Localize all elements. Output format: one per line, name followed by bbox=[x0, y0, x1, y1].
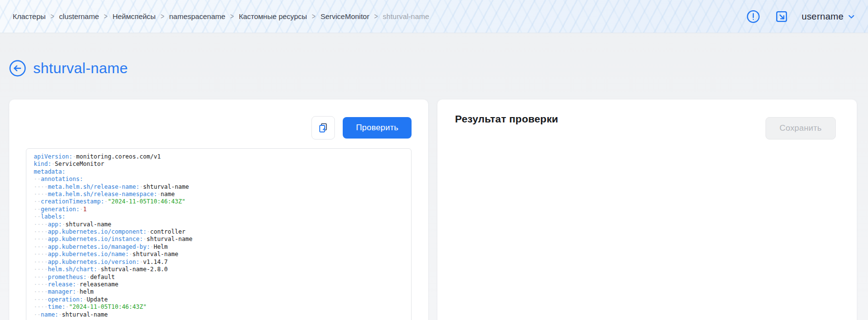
breadcrumb-item[interactable]: ServiceMonitor bbox=[320, 12, 369, 20]
breadcrumb-item[interactable]: namespacename bbox=[169, 12, 225, 20]
yaml-line: ····helm.sh/chart:·shturval-name-2.8.0 bbox=[34, 266, 405, 273]
yaml-line: ····app.kubernetes.io/version:·v1.14.7 bbox=[34, 259, 405, 266]
breadcrumb-separator-icon: > bbox=[374, 12, 378, 20]
yaml-line: ····operation:·Update bbox=[34, 296, 405, 303]
yaml-line: ····app.kubernetes.io/managed-by:·Helm bbox=[34, 243, 405, 251]
breadcrumb-item[interactable]: Неймспейсы bbox=[112, 12, 156, 20]
yaml-code-editor[interactable]: apiVersion:·monitoring.coreos.com/v1kind… bbox=[26, 148, 412, 320]
breadcrumb-item[interactable]: clustername bbox=[59, 12, 99, 20]
editor-toolbar: Проверить bbox=[311, 116, 412, 140]
yaml-line: ··annotations: bbox=[34, 176, 405, 183]
yaml-line: ····release:·releasename bbox=[34, 281, 405, 288]
yaml-line: ····app:·shturval-name bbox=[34, 221, 405, 228]
check-result-panel: Результат проверки Сохранить bbox=[437, 100, 857, 320]
yaml-line: ··labels: bbox=[34, 213, 405, 220]
username-label: username bbox=[802, 11, 844, 22]
result-panel-title: Результат проверки bbox=[455, 113, 558, 125]
breadcrumb-separator-icon: > bbox=[312, 12, 316, 20]
top-header: Кластеры>clustername>Неймспейсы>namespac… bbox=[0, 0, 868, 33]
copy-icon bbox=[317, 122, 329, 134]
header-actions: username bbox=[745, 8, 855, 25]
yaml-line: ····app.kubernetes.io/instance:·shturval… bbox=[34, 236, 405, 243]
yaml-line: ····meta.helm.sh/release-name:·shturval-… bbox=[34, 183, 405, 191]
check-button[interactable]: Проверить bbox=[343, 117, 412, 139]
breadcrumb-item[interactable]: Кластеры bbox=[13, 12, 46, 20]
yaml-line: ··creationTimestamp:·"2024-11-05T10:46:4… bbox=[34, 198, 405, 205]
yaml-line: ····prometheus:·default bbox=[34, 274, 405, 281]
breadcrumb-separator-icon: > bbox=[230, 12, 234, 20]
yaml-line: ····app.kubernetes.io/component:·control… bbox=[34, 228, 405, 236]
yaml-line: apiVersion:·monitoring.coreos.com/v1 bbox=[34, 153, 405, 160]
save-button[interactable]: Сохранить bbox=[765, 117, 836, 140]
yaml-line: ····app.kubernetes.io/name:·shturval-nam… bbox=[34, 251, 405, 258]
yaml-line: kind:·ServiceMonitor bbox=[34, 160, 405, 168]
yaml-line: ····meta.helm.sh/release-namespace:·name bbox=[34, 191, 405, 198]
breadcrumb-separator-icon: > bbox=[51, 12, 55, 20]
breadcrumb-separator-icon: > bbox=[104, 12, 108, 20]
breadcrumb-item[interactable]: Кастомные ресурсы bbox=[239, 12, 307, 20]
yaml-line: ····manager:·helm bbox=[34, 288, 405, 296]
alert-circle-icon[interactable] bbox=[745, 8, 762, 25]
breadcrumb: Кластеры>clustername>Неймспейсы>namespac… bbox=[13, 12, 735, 20]
yaml-line: ··name:·shturval-name bbox=[34, 311, 405, 319]
user-menu[interactable]: username bbox=[802, 11, 855, 22]
breadcrumb-item: shturval-name bbox=[383, 12, 429, 20]
copy-button[interactable] bbox=[311, 116, 335, 140]
yaml-editor-panel: Проверить apiVersion:·monitoring.coreos.… bbox=[9, 100, 428, 320]
back-arrow-icon[interactable] bbox=[9, 60, 26, 77]
export-arrow-icon[interactable] bbox=[773, 8, 790, 25]
page-title-row: shturval-name bbox=[9, 60, 128, 77]
yaml-line: ··generation:·1 bbox=[34, 206, 405, 213]
chevron-down-icon bbox=[847, 13, 855, 20]
page-title: shturval-name bbox=[33, 60, 128, 77]
yaml-line: ····time:·"2024-11-05T10:46:43Z" bbox=[34, 303, 405, 311]
yaml-line: metadata: bbox=[34, 168, 405, 176]
breadcrumb-separator-icon: > bbox=[161, 12, 165, 20]
